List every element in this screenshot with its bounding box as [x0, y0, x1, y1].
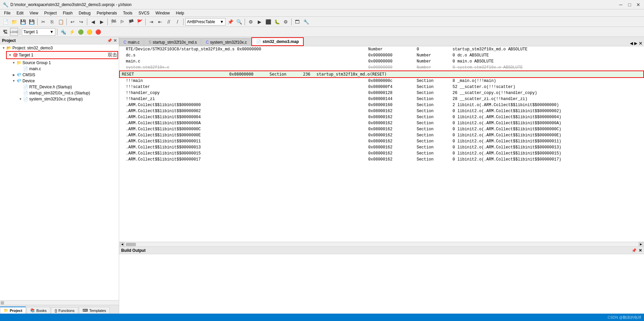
cell-addr: 0x08000162 — [366, 126, 414, 132]
expand-spacer2 — [18, 85, 23, 89]
menu-view[interactable]: View — [27, 10, 41, 16]
cell-type: Section — [414, 150, 450, 156]
outdent-btn[interactable]: ⇤ — [156, 18, 164, 26]
copy-btn[interactable]: ⎘ — [48, 18, 56, 26]
debug-btn[interactable]: 🐛 — [273, 18, 281, 26]
redo-btn[interactable]: ↪ — [77, 18, 85, 26]
open-file-btn[interactable]: 📁 — [10, 18, 18, 26]
load-btn[interactable]: LOAD — [10, 28, 18, 36]
tree-main-c[interactable]: 📄 main.c — [1, 66, 118, 72]
build-btn[interactable]: ⚙ — [247, 18, 255, 26]
dblclick-hint: 双击 — [108, 52, 117, 58]
tab-templates[interactable]: ⌨ Templates — [79, 307, 110, 314]
new-file-btn[interactable]: 📄 — [1, 18, 9, 26]
left-scroll-thumb — [1, 301, 4, 305]
search-btn[interactable]: 🔍 — [235, 18, 243, 26]
comment-btn[interactable]: // — [165, 18, 173, 26]
tab-books[interactable]: 📚 Books — [27, 307, 50, 314]
menu-help[interactable]: Help — [173, 10, 187, 16]
project-tree: ▼ 📂 Project: stm32_demo3 ▼ 🎯 Target 1 双击… — [0, 44, 119, 300]
tab-project[interactable]: 📁 Project — [0, 307, 26, 314]
settings-btn[interactable]: ⚙ — [282, 18, 290, 26]
bookmark2-btn[interactable]: 🏳 — [118, 18, 126, 26]
build-pin-btn[interactable]: 📌 — [632, 248, 637, 253]
options-btn[interactable]: 🔩 — [59, 28, 67, 36]
tree-cmsis[interactable]: ▶ 💎 CMSIS — [1, 72, 118, 78]
go-definition-btn[interactable]: 📌 — [226, 18, 234, 26]
save-all-btn[interactable]: 💾 — [28, 18, 36, 26]
menu-window[interactable]: Window — [153, 10, 172, 16]
bookmark-btn[interactable]: 🏁 — [109, 18, 117, 26]
table-row: RTE/Device/STM32F103C8/startup_stm32f10x… — [119, 46, 644, 52]
tree-source-group1[interactable]: ▼ 📁 Source Group 1 — [1, 60, 118, 66]
left-hscroll[interactable] — [0, 300, 119, 305]
tree-project-root[interactable]: ▼ 📂 Project: stm32_demo3 — [1, 45, 118, 51]
cell-type: Section — [414, 126, 450, 132]
menu-svcs[interactable]: SVCS — [136, 10, 152, 16]
cell-type: Section — [414, 138, 450, 144]
scroll-right-btn[interactable]: ▶ — [639, 242, 643, 247]
run-btn[interactable]: ▶ — [255, 18, 263, 26]
tools2-btn[interactable]: 🔧 — [302, 18, 310, 26]
table-row: .ARM.Collect$$libinit$$0000000C 0x080001… — [119, 126, 644, 132]
gem-icon-cmsis: 💎 — [16, 72, 21, 78]
menu-peripherals[interactable]: Peripherals — [94, 10, 120, 16]
tab-scroll-left[interactable]: ◀ — [630, 41, 633, 46]
build2-btn[interactable]: 🏗 — [1, 28, 9, 36]
tab-map-label: stm32_demo3.map — [262, 39, 299, 44]
tab-functions[interactable]: {} Functions — [51, 307, 78, 314]
uncomment-btn[interactable]: / — [174, 18, 182, 26]
debug3-btn[interactable]: 🟡 — [85, 28, 93, 36]
save-btn[interactable]: 💾 — [19, 18, 27, 26]
tab-main-c[interactable]: C main.c — [119, 38, 144, 46]
tree-startup[interactable]: 📄 startup_stm32f10x_md.s (Startup) — [1, 90, 118, 96]
menu-debug[interactable]: Debug — [76, 10, 93, 16]
cell-type: Section — [414, 156, 450, 163]
flash2-btn[interactable]: ⚡ — [68, 28, 76, 36]
tree-system[interactable]: ▼ 📄 system_stm32f10x.c (Startup) — [1, 96, 118, 102]
cell-obj: 0 libinit2.o(.ARM.Collect$$libinit$$0000… — [451, 150, 644, 156]
stop-btn[interactable]: ⬛ — [264, 18, 272, 26]
scroll-left-btn[interactable]: ◀ — [120, 242, 125, 247]
tab-startup[interactable]: S startup_stm32f10x_md.s — [144, 38, 201, 46]
menu-edit[interactable]: Edit — [14, 10, 26, 16]
paste-btn[interactable]: 📋 — [57, 18, 65, 26]
panel-pin-btn[interactable]: 📌 — [107, 38, 112, 43]
panel-close-btn[interactable]: ✕ — [113, 38, 117, 43]
nav-back-btn[interactable]: ◀ — [89, 18, 97, 26]
editor-hscroll[interactable]: ◀ ▶ — [119, 242, 644, 246]
tree-device[interactable]: ▼ 💎 Device — [1, 78, 118, 84]
build-close-btn[interactable]: ✕ — [639, 248, 642, 253]
menu-project[interactable]: Project — [42, 10, 59, 16]
close-button[interactable]: ✕ — [635, 2, 641, 8]
window-layout-btn[interactable]: 🗔 — [293, 18, 301, 26]
cell-addr: 0x08000162 — [366, 144, 414, 150]
nav-fwd-btn[interactable]: ▶ — [98, 18, 106, 26]
bookmark3-btn[interactable]: 🏴 — [127, 18, 135, 26]
bookmark4-btn[interactable]: 🚩 — [136, 18, 144, 26]
status-right: CSDN @翻滚的电球 — [608, 315, 641, 320]
tab-startup-icon: S — [149, 40, 151, 45]
hscroll-thumb[interactable] — [126, 243, 136, 246]
menu-tools[interactable]: Tools — [120, 10, 135, 16]
menu-file[interactable]: File — [1, 10, 13, 16]
tree-rte-device[interactable]: 📄 RTE_Device.h (Startup) — [1, 84, 118, 90]
build-header-btns: 📌 ✕ — [632, 248, 642, 253]
symbol-dropdown[interactable]: AHBPrescTable ▼ — [185, 18, 226, 26]
minimize-button[interactable]: ─ — [618, 2, 624, 8]
cut-btn[interactable]: ✂ — [39, 18, 47, 26]
menu-flash[interactable]: Flash — [60, 10, 75, 16]
tab-map[interactable]: 📄 stm32_demo3.map — [251, 37, 303, 46]
tab-close-btn[interactable]: ✕ — [639, 41, 643, 46]
indent-btn[interactable]: ⇥ — [147, 18, 155, 26]
debug4-btn[interactable]: 🔴 — [94, 28, 102, 36]
tab-scroll-right[interactable]: ▶ — [634, 41, 637, 46]
debug2-btn[interactable]: 🟢 — [77, 28, 85, 36]
undo-btn[interactable]: ↩ — [68, 18, 77, 26]
editor-content[interactable]: RTE/Device/STM32F103C8/startup_stm32f10x… — [119, 46, 644, 242]
target-dropdown[interactable]: Target 1 ▼ — [22, 28, 55, 36]
tab-system-c[interactable]: C system_stm32f10x.c — [201, 38, 251, 46]
tree-target1[interactable]: ▼ 🎯 Target 1 — [7, 52, 101, 58]
maximize-button[interactable]: □ — [627, 2, 633, 8]
functions-tab-label: Functions — [58, 309, 75, 313]
